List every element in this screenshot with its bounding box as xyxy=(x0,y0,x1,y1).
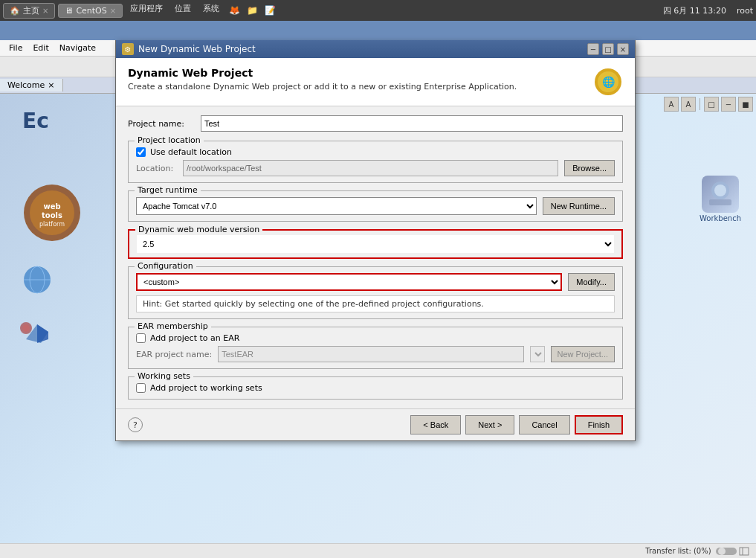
dialog-titlebar-controls: − □ × xyxy=(587,43,629,55)
next-button[interactable]: Next > xyxy=(465,415,514,434)
add-to-working-sets-label: Add project to working sets xyxy=(150,383,262,393)
target-runtime-label: Target runtime xyxy=(135,185,201,195)
add-to-ear-label: Add project to an EAR xyxy=(150,333,239,343)
clock-time: 四 6月 11 13:20 xyxy=(663,6,726,16)
svg-text:web: web xyxy=(43,202,60,211)
project-name-input[interactable] xyxy=(201,115,623,132)
text-larger-btn[interactable]: A xyxy=(664,97,679,112)
web-module-version-row: 2.5 3.0 xyxy=(137,235,614,253)
target-runtime-dropdown[interactable]: Apache Tomcat v7.0 xyxy=(136,197,537,215)
use-default-location-checkbox[interactable] xyxy=(136,147,146,157)
ear-project-name-row: EAR project name: New Project... xyxy=(136,346,615,362)
dynamic-web-module-label: Dynamic web module version xyxy=(135,225,262,234)
edit-menu[interactable]: Edit xyxy=(28,42,53,54)
centos-tab-label: CentOS xyxy=(76,6,106,16)
ear-project-name-label: EAR project name: xyxy=(136,350,212,359)
project-location-section: Project location Use default location Lo… xyxy=(128,141,623,183)
modify-button[interactable]: Modify... xyxy=(568,273,615,291)
project-name-label: Project name: xyxy=(128,119,195,129)
new-runtime-button[interactable]: New Runtime... xyxy=(543,197,615,215)
centos-tab[interactable]: 🖥 CentOS × xyxy=(58,4,123,18)
centos-tab-close[interactable]: × xyxy=(110,7,116,15)
welcome-tab[interactable]: Welcome × xyxy=(0,79,63,92)
svg-text:🌐: 🌐 xyxy=(602,76,616,89)
file-menu[interactable]: File xyxy=(4,42,27,54)
centos-icon: 🖥 xyxy=(65,6,73,16)
folder-icon[interactable]: 📁 xyxy=(245,3,259,18)
location-menu[interactable]: 位置 xyxy=(170,3,196,18)
dialog-description: Create a standalone Dynamic Web project … xyxy=(128,82,517,92)
app-menu[interactable]: 应用程序 xyxy=(126,3,167,18)
finish-button[interactable]: Finish xyxy=(575,415,623,434)
dialog-body: Project name: Project location Use defau… xyxy=(116,106,635,408)
svg-point-16 xyxy=(718,548,726,555)
taskbar-top: 🏠 主页 × 🖥 CentOS × 应用程序 位置 系统 🦊 📁 📝 四 6月 … xyxy=(0,0,756,21)
collapse-btn[interactable]: − xyxy=(721,97,736,112)
workbench-label: Workbench xyxy=(700,214,741,222)
navigate-menu[interactable]: Navigate xyxy=(55,42,100,54)
location-input xyxy=(183,160,558,176)
welcome-tab-close-icon[interactable]: × xyxy=(48,80,54,90)
current-user: root xyxy=(737,6,753,16)
target-runtime-row: Apache Tomcat v7.0 New Runtime... xyxy=(136,197,615,215)
new-dynamic-web-project-dialog: ⚙ New Dynamic Web Project − □ × Dynamic … xyxy=(115,40,636,441)
workbench-area[interactable]: Workbench xyxy=(700,176,741,222)
home-icon: 🏠 xyxy=(10,6,20,16)
system-menu-bar: 应用程序 位置 系统 🦊 📁 📝 xyxy=(126,3,277,18)
dialog-title-text: New Dynamic Web Project xyxy=(138,44,256,54)
browse-button[interactable]: Browse... xyxy=(564,160,615,176)
web-module-version-dropdown[interactable]: 2.5 3.0 xyxy=(137,235,614,253)
dialog-minimize-btn[interactable]: − xyxy=(587,43,599,55)
notes-icon[interactable]: 📝 xyxy=(262,3,277,18)
working-sets-section: Working sets Add project to working sets xyxy=(128,376,623,400)
configuration-dropdown[interactable]: <custom> xyxy=(136,273,562,291)
dialog-header: Dynamic Web Project Create a standalone … xyxy=(116,58,635,106)
use-default-location-label: Use default location xyxy=(150,147,232,157)
dialog-footer: ? < Back Next > Cancel Finish xyxy=(116,408,635,440)
firefox-icon[interactable]: 🦊 xyxy=(227,3,242,18)
dialog-header-text: Dynamic Web Project Create a standalone … xyxy=(128,67,517,92)
location-section-title: Project location xyxy=(135,135,204,145)
eclipse-statusbar: Transfer list: (0%) xyxy=(0,543,756,558)
ear-membership-section: EAR membership Add project to an EAR EAR… xyxy=(128,327,623,369)
webtools-logo: web tools platform xyxy=(22,183,82,243)
home-tab[interactable]: 🏠 主页 × xyxy=(3,3,55,19)
location-label: Location: xyxy=(136,164,177,173)
hint-text: Hint: Get started quickly by selecting o… xyxy=(136,295,615,312)
cancel-button[interactable]: Cancel xyxy=(519,415,569,434)
home-tab-close[interactable]: × xyxy=(42,7,48,15)
back-button[interactable]: < Back xyxy=(410,415,461,434)
svg-rect-14 xyxy=(709,199,731,205)
configuration-section-label: Configuration xyxy=(135,261,196,271)
system-menu[interactable]: 系统 xyxy=(198,3,224,18)
home-tab-label: 主页 xyxy=(23,5,39,16)
ear-dropdown xyxy=(530,346,545,362)
clock-display: 四 6月 11 13:20 root xyxy=(663,5,753,16)
svg-point-11 xyxy=(22,324,30,332)
dialog-close-btn[interactable]: × xyxy=(617,43,629,55)
target-runtime-section: Target runtime Apache Tomcat v7.0 New Ru… xyxy=(128,190,623,222)
new-project-button: New Project... xyxy=(551,346,615,362)
workbench-icon[interactable] xyxy=(702,176,739,213)
add-to-ear-checkbox[interactable] xyxy=(136,333,146,343)
add-to-working-sets-row: Add project to working sets xyxy=(136,383,615,393)
configuration-row: <custom> Modify... xyxy=(136,273,615,291)
transfer-list-status: Transfer list: (0%) xyxy=(645,547,711,555)
project-name-row: Project name: xyxy=(128,115,623,132)
dialog-title-icon: ⚙ xyxy=(122,43,134,55)
text-smaller-btn[interactable]: A xyxy=(681,97,696,112)
scroll-btn[interactable]: □ xyxy=(704,97,719,112)
add-to-working-sets-checkbox[interactable] xyxy=(136,383,146,393)
expand-btn[interactable]: ■ xyxy=(738,97,753,112)
desktop: 🏠 主页 × 🖥 CentOS × 应用程序 位置 系统 🦊 📁 📝 四 6月 … xyxy=(0,0,756,558)
dialog-subtitle: Dynamic Web Project xyxy=(128,67,517,79)
welcome-tab-label: Welcome xyxy=(7,80,45,90)
svg-rect-17 xyxy=(740,548,749,555)
help-button[interactable]: ? xyxy=(128,417,143,432)
dialog-restore-btn[interactable]: □ xyxy=(602,43,614,55)
working-sets-label: Working sets xyxy=(135,371,193,381)
configuration-section: Configuration <custom> Modify... Hint: G… xyxy=(128,266,623,319)
expand-icon xyxy=(738,546,750,557)
location-row: Location: Browse... xyxy=(136,160,615,176)
svg-text:tools: tools xyxy=(42,211,62,219)
